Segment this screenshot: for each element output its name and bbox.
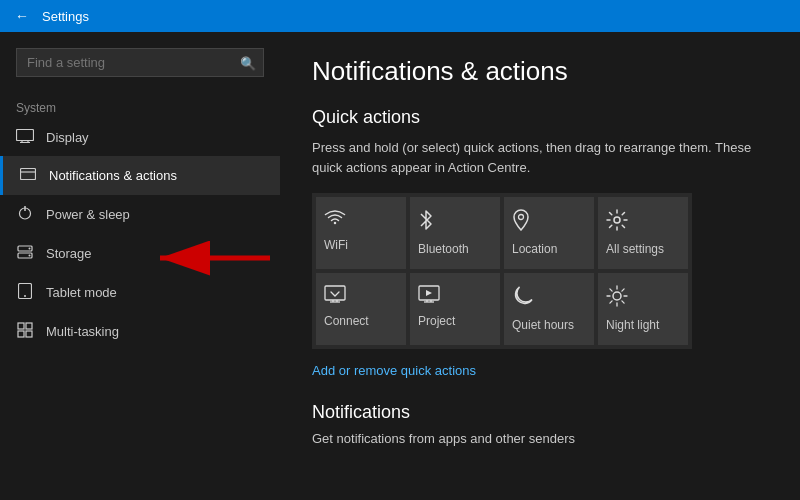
svg-line-36 (622, 289, 624, 291)
sidebar-item-label: Tablet mode (46, 285, 117, 300)
search-container: 🔍 (16, 48, 264, 77)
svg-point-11 (29, 255, 31, 257)
titlebar: ← Settings (0, 0, 800, 32)
qa-label-bluetooth: Bluetooth (418, 242, 469, 256)
project-icon (418, 285, 440, 308)
sidebar-item-multitasking[interactable]: Multi-tasking (0, 312, 280, 351)
sidebar-item-storage[interactable]: Storage (0, 234, 280, 273)
qa-tile-night-light[interactable]: Night light (598, 273, 688, 345)
settings-icon (606, 209, 628, 236)
notifications-desc: Get notifications from apps and other se… (312, 431, 768, 446)
app-body: 🔍 System Display Notifications (0, 32, 800, 500)
sidebar-item-power[interactable]: Power & sleep (0, 195, 280, 234)
qa-tile-connect[interactable]: Connect (316, 273, 406, 345)
sidebar-item-display[interactable]: Display (0, 119, 280, 156)
qa-label-night-light: Night light (606, 318, 659, 332)
qa-tile-project[interactable]: Project (410, 273, 500, 345)
content-area: Notifications & actions Quick actions Pr… (280, 32, 800, 500)
svg-line-34 (610, 289, 612, 291)
svg-point-13 (24, 295, 26, 297)
sidebar-item-label: Display (46, 130, 89, 145)
qa-label-project: Project (418, 314, 455, 328)
quiet-hours-icon (512, 285, 534, 312)
qa-tile-bluetooth[interactable]: Bluetooth (410, 197, 500, 269)
sidebar-item-label: Power & sleep (46, 207, 130, 222)
qa-tile-wifi[interactable]: WiFi (316, 197, 406, 269)
qa-label-connect: Connect (324, 314, 369, 328)
qa-tile-quiet-hours[interactable]: Quiet hours (504, 273, 594, 345)
sidebar-item-tablet[interactable]: Tablet mode (0, 273, 280, 312)
svg-point-10 (29, 248, 31, 250)
quick-actions-grid: WiFi Bluetooth Location (312, 193, 692, 349)
svg-rect-14 (18, 323, 24, 329)
svg-line-37 (610, 301, 612, 303)
svg-rect-4 (21, 169, 36, 180)
sidebar-item-notifications[interactable]: Notifications & actions (0, 156, 280, 195)
qa-label-wifi: WiFi (324, 238, 348, 252)
svg-line-35 (622, 301, 624, 303)
night-light-icon (606, 285, 628, 312)
sidebar-item-label: Notifications & actions (49, 168, 177, 183)
search-input[interactable] (16, 48, 264, 77)
notifications-icon (19, 166, 37, 185)
svg-rect-16 (18, 331, 24, 337)
back-button[interactable]: ← (10, 4, 34, 28)
qa-label-all-settings: All settings (606, 242, 664, 256)
qa-tile-location[interactable]: Location (504, 197, 594, 269)
sidebar: 🔍 System Display Notifications (0, 32, 280, 500)
power-icon (16, 205, 34, 224)
sidebar-item-label: Multi-tasking (46, 324, 119, 339)
tablet-icon (16, 283, 34, 302)
qa-label-quiet-hours: Quiet hours (512, 318, 574, 332)
qa-tile-all-settings[interactable]: All settings (598, 197, 688, 269)
notifications-title: Notifications (312, 402, 768, 423)
bluetooth-icon (418, 209, 434, 236)
location-icon (512, 209, 530, 236)
sidebar-item-label: Storage (46, 246, 92, 261)
display-icon (16, 129, 34, 146)
search-icon: 🔍 (240, 55, 256, 70)
qa-label-location: Location (512, 242, 557, 256)
quick-actions-desc: Press and hold (or select) quick actions… (312, 138, 768, 177)
app-title: Settings (42, 9, 89, 24)
svg-rect-17 (26, 331, 32, 337)
sidebar-section-label: System (0, 93, 280, 119)
svg-rect-0 (17, 130, 34, 141)
svg-point-19 (614, 217, 620, 223)
storage-icon (16, 244, 34, 263)
svg-rect-15 (26, 323, 32, 329)
multitasking-icon (16, 322, 34, 341)
page-title: Notifications & actions (312, 56, 768, 87)
add-remove-link[interactable]: Add or remove quick actions (312, 363, 476, 378)
svg-point-18 (519, 215, 524, 220)
quick-actions-title: Quick actions (312, 107, 768, 128)
svg-point-29 (613, 292, 621, 300)
wifi-icon (324, 209, 346, 232)
connect-icon (324, 285, 346, 308)
